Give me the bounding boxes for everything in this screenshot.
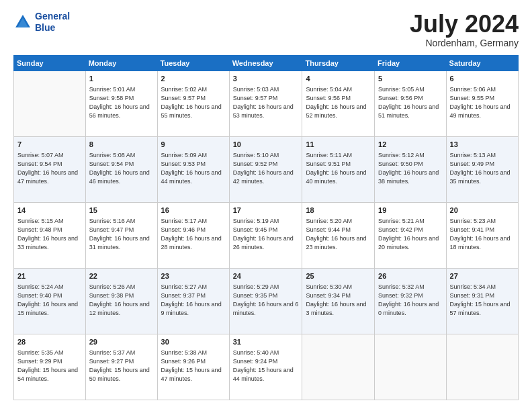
day-cell: 4Sunrise: 5:04 AMSunset: 9:56 PMDaylight…: [302, 71, 375, 136]
week-row-4: 21Sunrise: 5:24 AMSunset: 9:40 PMDayligh…: [14, 268, 519, 334]
day-cell: 10Sunrise: 5:10 AMSunset: 9:52 PMDayligh…: [229, 136, 302, 202]
day-cell: 22Sunrise: 5:26 AMSunset: 9:38 PMDayligh…: [85, 268, 157, 334]
day-cell: [14, 71, 86, 136]
day-cell: [375, 334, 446, 400]
day-number: 8: [89, 140, 154, 150]
day-number: 17: [233, 205, 299, 216]
day-info: Sunrise: 5:02 AMSunset: 9:57 PMDaylight:…: [161, 85, 226, 120]
day-cell: 20Sunrise: 5:23 AMSunset: 9:41 PMDayligh…: [446, 202, 518, 268]
day-number: 16: [161, 205, 226, 216]
day-number: 29: [89, 337, 154, 347]
day-info: Sunrise: 5:10 AMSunset: 9:52 PMDaylight:…: [233, 151, 299, 186]
day-number: 21: [17, 271, 82, 281]
month-title: July 2024: [410, 11, 519, 38]
day-number: 7: [17, 140, 82, 150]
week-row-2: 7Sunrise: 5:07 AMSunset: 9:54 PMDaylight…: [14, 136, 519, 202]
day-number: 20: [450, 205, 515, 216]
day-cell: 2Sunrise: 5:02 AMSunset: 9:57 PMDaylight…: [157, 71, 229, 136]
day-number: 6: [450, 74, 515, 84]
day-info: Sunrise: 5:27 AMSunset: 9:37 PMDaylight:…: [161, 283, 226, 318]
page: General Blue July 2024 Nordenham, German…: [0, 0, 532, 411]
day-info: Sunrise: 5:38 AMSunset: 9:26 PMDaylight:…: [161, 349, 226, 383]
col-header-thursday: Thursday: [302, 55, 375, 71]
day-cell: 30Sunrise: 5:38 AMSunset: 9:26 PMDayligh…: [157, 334, 229, 400]
location: Nordenham, Germany: [410, 38, 519, 48]
col-header-friday: Friday: [375, 55, 446, 71]
col-header-wednesday: Wednesday: [229, 55, 302, 71]
day-info: Sunrise: 5:01 AMSunset: 9:58 PMDaylight:…: [89, 85, 154, 120]
day-info: Sunrise: 5:15 AMSunset: 9:48 PMDaylight:…: [17, 217, 82, 252]
day-info: Sunrise: 5:09 AMSunset: 9:53 PMDaylight:…: [161, 151, 226, 186]
day-number: 25: [306, 271, 371, 281]
logo-line2: Blue: [35, 22, 70, 34]
day-info: Sunrise: 5:03 AMSunset: 9:57 PMDaylight:…: [233, 85, 299, 120]
day-info: Sunrise: 5:30 AMSunset: 9:34 PMDaylight:…: [306, 283, 371, 318]
day-info: Sunrise: 5:19 AMSunset: 9:45 PMDaylight:…: [233, 217, 299, 252]
day-cell: 26Sunrise: 5:32 AMSunset: 9:32 PMDayligh…: [375, 268, 446, 334]
day-cell: 18Sunrise: 5:20 AMSunset: 9:44 PMDayligh…: [302, 202, 375, 268]
day-cell: 6Sunrise: 5:06 AMSunset: 9:55 PMDaylight…: [446, 71, 518, 136]
logo: General Blue: [13, 11, 70, 34]
day-number: 3: [233, 74, 299, 84]
header: General Blue July 2024 Nordenham, German…: [13, 11, 519, 48]
day-cell: 28Sunrise: 5:35 AMSunset: 9:29 PMDayligh…: [14, 334, 86, 400]
day-number: 15: [89, 205, 154, 216]
day-cell: [302, 334, 375, 400]
day-number: 2: [161, 74, 226, 84]
day-info: Sunrise: 5:06 AMSunset: 9:55 PMDaylight:…: [450, 85, 515, 120]
day-cell: 8Sunrise: 5:08 AMSunset: 9:54 PMDaylight…: [85, 136, 157, 202]
day-cell: 25Sunrise: 5:30 AMSunset: 9:34 PMDayligh…: [302, 268, 375, 334]
day-info: Sunrise: 5:08 AMSunset: 9:54 PMDaylight:…: [89, 151, 154, 186]
day-number: 18: [306, 205, 371, 216]
day-number: 4: [306, 74, 371, 84]
day-number: 10: [233, 140, 299, 150]
day-cell: 16Sunrise: 5:17 AMSunset: 9:46 PMDayligh…: [157, 202, 229, 268]
week-row-3: 14Sunrise: 5:15 AMSunset: 9:48 PMDayligh…: [14, 202, 519, 268]
logo-text: General Blue: [35, 11, 70, 34]
day-cell: [446, 334, 518, 400]
day-number: 24: [233, 271, 299, 281]
day-info: Sunrise: 5:20 AMSunset: 9:44 PMDaylight:…: [306, 217, 371, 252]
day-number: 13: [450, 140, 515, 150]
col-header-tuesday: Tuesday: [157, 55, 229, 71]
day-cell: 14Sunrise: 5:15 AMSunset: 9:48 PMDayligh…: [14, 202, 86, 268]
day-info: Sunrise: 5:29 AMSunset: 9:35 PMDaylight:…: [233, 283, 299, 318]
col-header-monday: Monday: [85, 55, 157, 71]
day-number: 5: [378, 74, 442, 84]
col-header-sunday: Sunday: [14, 55, 86, 71]
day-info: Sunrise: 5:35 AMSunset: 9:29 PMDaylight:…: [17, 349, 82, 383]
day-number: 9: [161, 140, 226, 150]
day-cell: 15Sunrise: 5:16 AMSunset: 9:47 PMDayligh…: [85, 202, 157, 268]
day-number: 27: [450, 271, 515, 281]
calendar-table: SundayMondayTuesdayWednesdayThursdayFrid…: [13, 55, 519, 400]
day-info: Sunrise: 5:40 AMSunset: 9:24 PMDaylight:…: [233, 349, 299, 383]
day-info: Sunrise: 5:23 AMSunset: 9:41 PMDaylight:…: [450, 217, 515, 252]
logo-icon: [13, 13, 32, 32]
day-cell: 29Sunrise: 5:37 AMSunset: 9:27 PMDayligh…: [85, 334, 157, 400]
day-cell: 24Sunrise: 5:29 AMSunset: 9:35 PMDayligh…: [229, 268, 302, 334]
week-row-5: 28Sunrise: 5:35 AMSunset: 9:29 PMDayligh…: [14, 334, 519, 400]
day-info: Sunrise: 5:34 AMSunset: 9:31 PMDaylight:…: [450, 283, 515, 318]
day-number: 19: [378, 205, 442, 216]
day-number: 30: [161, 337, 226, 347]
day-cell: 5Sunrise: 5:05 AMSunset: 9:56 PMDaylight…: [375, 71, 446, 136]
title-block: July 2024 Nordenham, Germany: [410, 11, 519, 48]
day-info: Sunrise: 5:37 AMSunset: 9:27 PMDaylight:…: [89, 349, 154, 383]
day-number: 28: [17, 337, 82, 347]
day-info: Sunrise: 5:13 AMSunset: 9:49 PMDaylight:…: [450, 151, 515, 186]
day-number: 31: [233, 337, 299, 347]
day-info: Sunrise: 5:26 AMSunset: 9:38 PMDaylight:…: [89, 283, 154, 318]
day-info: Sunrise: 5:32 AMSunset: 9:32 PMDaylight:…: [378, 283, 442, 318]
col-header-saturday: Saturday: [446, 55, 518, 71]
day-cell: 7Sunrise: 5:07 AMSunset: 9:54 PMDaylight…: [14, 136, 86, 202]
day-cell: 31Sunrise: 5:40 AMSunset: 9:24 PMDayligh…: [229, 334, 302, 400]
day-info: Sunrise: 5:04 AMSunset: 9:56 PMDaylight:…: [306, 85, 371, 120]
day-cell: 27Sunrise: 5:34 AMSunset: 9:31 PMDayligh…: [446, 268, 518, 334]
day-cell: 13Sunrise: 5:13 AMSunset: 9:49 PMDayligh…: [446, 136, 518, 202]
day-info: Sunrise: 5:12 AMSunset: 9:50 PMDaylight:…: [378, 151, 442, 186]
week-row-1: 1Sunrise: 5:01 AMSunset: 9:58 PMDaylight…: [14, 71, 519, 136]
day-info: Sunrise: 5:11 AMSunset: 9:51 PMDaylight:…: [306, 151, 371, 186]
day-info: Sunrise: 5:05 AMSunset: 9:56 PMDaylight:…: [378, 85, 442, 120]
day-cell: 3Sunrise: 5:03 AMSunset: 9:57 PMDaylight…: [229, 71, 302, 136]
day-number: 26: [378, 271, 442, 281]
